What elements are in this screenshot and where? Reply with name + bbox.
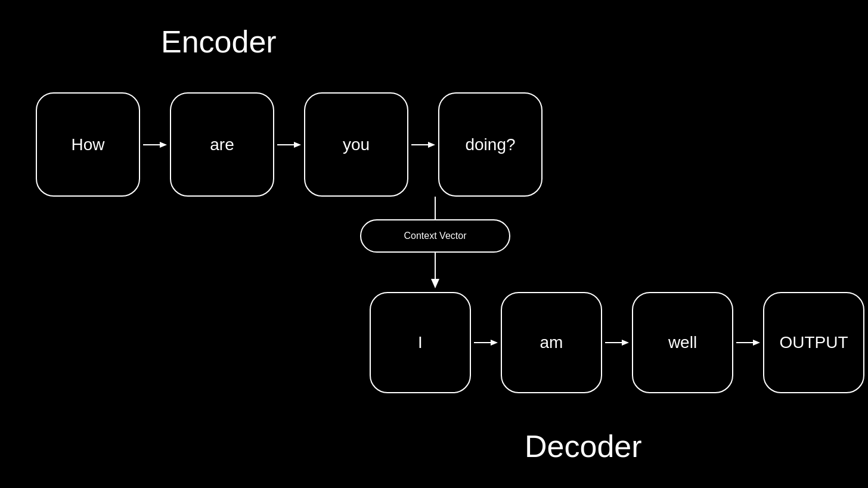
svg-marker-9: [431, 279, 439, 288]
decoder-label: Decoder: [525, 428, 642, 464]
decoder-row: I am well: [370, 292, 864, 393]
encoder-row: How are you: [36, 92, 542, 197]
svg-marker-11: [491, 340, 498, 346]
arrow-i-am: [471, 337, 501, 349]
arrow-well-output: [733, 337, 763, 349]
decoder-box-am: am: [501, 292, 602, 393]
encoder-label: Encoder: [161, 24, 277, 60]
arrow-am-well: [602, 337, 632, 349]
encoder-box-are: are: [170, 92, 274, 197]
svg-marker-13: [622, 340, 629, 346]
svg-marker-3: [294, 142, 301, 148]
encoder-box-how: How: [36, 92, 140, 197]
svg-marker-1: [160, 142, 167, 148]
decoder-box-output: OUTPUT: [763, 292, 864, 393]
context-vector-box: Context Vector: [360, 219, 510, 253]
svg-marker-5: [428, 142, 435, 148]
decoder-box-well: well: [632, 292, 733, 393]
arrow-you-doing: [408, 139, 438, 151]
arrow-down-to-decoder: [428, 253, 442, 291]
encoder-box-you: you: [304, 92, 408, 197]
svg-marker-15: [753, 340, 760, 346]
arrow-are-you: [274, 139, 304, 151]
encoder-box-doing: doing?: [438, 92, 542, 197]
diagram-container: Encoder Decoder How are you: [0, 0, 868, 488]
arrow-how-are: [140, 139, 170, 151]
decoder-box-i: I: [370, 292, 471, 393]
